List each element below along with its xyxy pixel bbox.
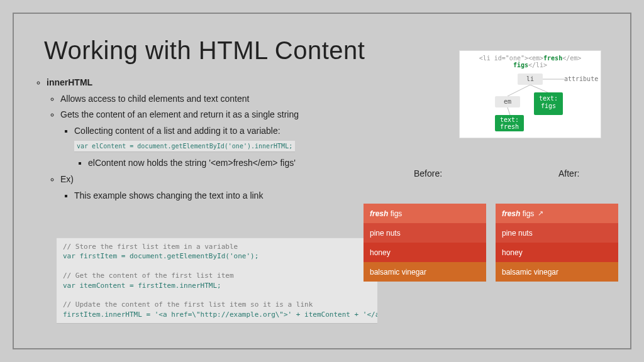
node-li: li	[518, 74, 543, 85]
list-row: fresh figs	[364, 204, 486, 223]
code-k1: var firstItem = document.getElementById(…	[63, 252, 258, 260]
list-row: fresh figs ↗	[496, 204, 618, 223]
code-snippet-inline: var elContent = document.getElementById(…	[74, 140, 295, 153]
list-row: balsamic vinegar	[364, 262, 486, 282]
list-before: fresh figs pine nuts honey balsamic vine…	[364, 204, 486, 282]
node-figs: text: figs	[534, 92, 563, 115]
list-r0b: figs	[391, 209, 402, 218]
list-r0a: fresh	[370, 209, 388, 218]
code-c3: // Update the content of the first list …	[63, 300, 313, 309]
code-c2: // Get the content of the first list ite…	[63, 272, 234, 280]
node-attr: attribute	[564, 74, 594, 85]
list-r0b-after: figs	[523, 209, 535, 218]
bullet-l2c: Ex) This example shows changing the text…	[60, 173, 600, 202]
list-row: pine nuts	[364, 223, 486, 243]
code-block: // Store the first list item in a variab…	[57, 238, 377, 324]
dom-tree-diagram: <li id="one"><em>fresh</em> figs</li> li…	[459, 50, 601, 138]
label-before: Before:	[414, 168, 442, 178]
code-c1: // Store the first list item in a variab…	[63, 243, 238, 251]
list-r0a-after: fresh	[502, 209, 520, 218]
svg-line-3	[508, 107, 510, 115]
external-link-icon: ↗	[538, 209, 543, 217]
tl-figs: figs	[513, 62, 528, 69]
tl-open: <li id="one"><em>	[479, 55, 543, 62]
code-k3: firstItem.innerHTML = '<a href=\"http://…	[63, 310, 377, 319]
slide-frame: Working with HTML Content innerHTML Allo…	[13, 13, 631, 349]
list-row: honey	[496, 243, 618, 262]
list-after: fresh figs ↗ pine nuts honey balsamic vi…	[496, 204, 618, 282]
svg-line-1	[530, 85, 548, 92]
node-fresh: text: fresh	[495, 115, 524, 131]
bullet-l2b-text: Gets the content of an element and retur…	[60, 109, 299, 119]
tl-mid2: </em>	[562, 55, 581, 62]
bullet-l3b: This example shows changing the text int…	[74, 189, 600, 203]
list-row: honey	[364, 243, 486, 262]
tl-fresh: fresh	[543, 55, 562, 62]
bullet-l3a-text: Collecting content of a list and adding …	[74, 126, 280, 136]
list-row: balsamic vinegar	[496, 262, 618, 282]
label-after: After:	[558, 168, 579, 178]
bullet-l1-text: innerHTML	[47, 77, 92, 87]
tl-close: </li>	[528, 62, 547, 69]
node-em: em	[495, 96, 520, 107]
bullet-l2c-text: Ex)	[60, 173, 74, 187]
code-k2: var itemContent = firstItem.innerHTML;	[63, 282, 221, 290]
bullet-l4a: elContent now holds the string '<em>fres…	[88, 156, 600, 170]
svg-line-0	[508, 85, 530, 96]
list-row: pine nuts	[496, 223, 618, 243]
